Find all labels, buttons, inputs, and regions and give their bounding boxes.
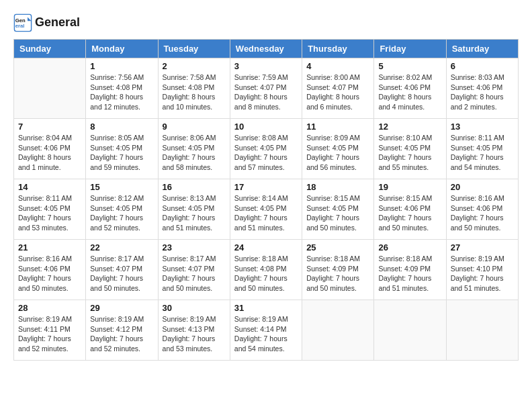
day-info: Sunrise: 8:19 AM Sunset: 4:10 PM Dayligh…	[451, 254, 514, 293]
calendar-cell: 31Sunrise: 8:19 AM Sunset: 4:14 PM Dayli…	[230, 300, 302, 361]
day-info: Sunrise: 8:19 AM Sunset: 4:13 PM Dayligh…	[163, 314, 226, 354]
day-number: 24	[234, 242, 298, 253]
calendar-cell: 17Sunrise: 8:14 AM Sunset: 4:05 PM Dayli…	[230, 179, 302, 240]
day-info: Sunrise: 8:14 AM Sunset: 4:05 PM Dayligh…	[234, 193, 298, 233]
calendar-table: SundayMondayTuesdayWednesdayThursdayFrid…	[13, 39, 519, 361]
day-info: Sunrise: 8:05 AM Sunset: 4:05 PM Dayligh…	[90, 133, 153, 173]
day-number: 22	[90, 242, 153, 253]
day-info: Sunrise: 8:15 AM Sunset: 4:05 PM Dayligh…	[306, 193, 369, 233]
day-number: 25	[306, 242, 369, 253]
day-info: Sunrise: 8:04 AM Sunset: 4:06 PM Dayligh…	[18, 133, 81, 173]
day-info: Sunrise: 8:16 AM Sunset: 4:06 PM Dayligh…	[18, 254, 81, 293]
calendar-cell: 18Sunrise: 8:15 AM Sunset: 4:05 PM Dayli…	[302, 179, 374, 240]
day-info: Sunrise: 8:19 AM Sunset: 4:11 PM Dayligh…	[18, 314, 81, 354]
day-info: Sunrise: 7:56 AM Sunset: 4:08 PM Dayligh…	[90, 73, 153, 112]
day-info: Sunrise: 8:06 AM Sunset: 4:05 PM Dayligh…	[163, 133, 226, 173]
calendar-cell: 21Sunrise: 8:16 AM Sunset: 4:06 PM Dayli…	[14, 240, 86, 300]
day-info: Sunrise: 8:15 AM Sunset: 4:06 PM Dayligh…	[378, 193, 441, 233]
calendar-cell: 9Sunrise: 8:06 AM Sunset: 4:05 PM Daylig…	[158, 119, 230, 179]
day-number: 9	[163, 122, 226, 132]
weekday-header-row: SundayMondayTuesdayWednesdayThursdayFrid…	[14, 40, 519, 58]
day-info: Sunrise: 8:18 AM Sunset: 4:09 PM Dayligh…	[378, 254, 441, 293]
logo: Gen eral General	[13, 13, 80, 32]
day-info: Sunrise: 8:18 AM Sunset: 4:09 PM Dayligh…	[306, 254, 369, 293]
calendar-cell	[14, 58, 86, 119]
day-info: Sunrise: 8:08 AM Sunset: 4:05 PM Dayligh…	[234, 133, 298, 173]
day-number: 8	[90, 122, 153, 132]
day-number: 19	[378, 182, 441, 192]
day-number: 11	[306, 122, 369, 132]
logo-text: General	[35, 15, 80, 30]
calendar-cell: 22Sunrise: 8:17 AM Sunset: 4:07 PM Dayli…	[86, 240, 158, 300]
day-info: Sunrise: 8:03 AM Sunset: 4:06 PM Dayligh…	[451, 73, 514, 112]
calendar-cell: 15Sunrise: 8:12 AM Sunset: 4:05 PM Dayli…	[86, 179, 158, 240]
calendar-cell: 8Sunrise: 8:05 AM Sunset: 4:05 PM Daylig…	[86, 119, 158, 179]
day-number: 4	[306, 61, 369, 71]
week-row-4: 21Sunrise: 8:16 AM Sunset: 4:06 PM Dayli…	[14, 240, 519, 300]
day-number: 3	[234, 61, 298, 71]
day-info: Sunrise: 8:09 AM Sunset: 4:05 PM Dayligh…	[306, 133, 369, 173]
weekday-header-saturday: Saturday	[446, 40, 518, 58]
calendar-cell: 29Sunrise: 8:19 AM Sunset: 4:12 PM Dayli…	[86, 300, 158, 361]
day-number: 12	[378, 122, 441, 132]
calendar-cell: 28Sunrise: 8:19 AM Sunset: 4:11 PM Dayli…	[14, 300, 86, 361]
calendar-cell: 30Sunrise: 8:19 AM Sunset: 4:13 PM Dayli…	[158, 300, 230, 361]
day-number: 10	[234, 122, 298, 132]
day-info: Sunrise: 8:10 AM Sunset: 4:05 PM Dayligh…	[378, 133, 441, 173]
calendar-cell: 3Sunrise: 7:59 AM Sunset: 4:07 PM Daylig…	[230, 58, 302, 119]
header: Gen eral General	[13, 13, 519, 32]
day-number: 30	[163, 303, 226, 313]
calendar-cell: 12Sunrise: 8:10 AM Sunset: 4:05 PM Dayli…	[374, 119, 446, 179]
day-number: 5	[378, 61, 441, 71]
logo-icon: Gen eral	[13, 13, 32, 32]
calendar-cell	[446, 300, 518, 361]
calendar-cell: 19Sunrise: 8:15 AM Sunset: 4:06 PM Dayli…	[374, 179, 446, 240]
day-info: Sunrise: 8:17 AM Sunset: 4:07 PM Dayligh…	[90, 254, 153, 293]
calendar-cell: 27Sunrise: 8:19 AM Sunset: 4:10 PM Dayli…	[446, 240, 518, 300]
day-number: 20	[451, 182, 514, 192]
day-info: Sunrise: 8:19 AM Sunset: 4:12 PM Dayligh…	[90, 314, 153, 354]
day-info: Sunrise: 7:59 AM Sunset: 4:07 PM Dayligh…	[234, 73, 298, 112]
calendar-cell: 16Sunrise: 8:13 AM Sunset: 4:05 PM Dayli…	[158, 179, 230, 240]
calendar-cell: 25Sunrise: 8:18 AM Sunset: 4:09 PM Dayli…	[302, 240, 374, 300]
calendar-cell: 20Sunrise: 8:16 AM Sunset: 4:06 PM Dayli…	[446, 179, 518, 240]
calendar-cell	[302, 300, 374, 361]
calendar-cell: 14Sunrise: 8:11 AM Sunset: 4:05 PM Dayli…	[14, 179, 86, 240]
day-number: 7	[18, 122, 81, 132]
calendar-cell: 1Sunrise: 7:56 AM Sunset: 4:08 PM Daylig…	[86, 58, 158, 119]
weekday-header-monday: Monday	[86, 40, 158, 58]
weekday-header-sunday: Sunday	[14, 40, 86, 58]
day-number: 21	[18, 242, 81, 253]
day-info: Sunrise: 8:11 AM Sunset: 4:05 PM Dayligh…	[451, 133, 514, 173]
day-number: 14	[18, 182, 81, 192]
calendar-cell: 4Sunrise: 8:00 AM Sunset: 4:07 PM Daylig…	[302, 58, 374, 119]
calendar-cell: 24Sunrise: 8:18 AM Sunset: 4:08 PM Dayli…	[230, 240, 302, 300]
day-number: 1	[90, 61, 153, 71]
calendar-cell: 2Sunrise: 7:58 AM Sunset: 4:08 PM Daylig…	[158, 58, 230, 119]
calendar-cell: 5Sunrise: 8:02 AM Sunset: 4:06 PM Daylig…	[374, 58, 446, 119]
calendar-cell: 11Sunrise: 8:09 AM Sunset: 4:05 PM Dayli…	[302, 119, 374, 179]
day-info: Sunrise: 8:00 AM Sunset: 4:07 PM Dayligh…	[306, 73, 369, 112]
day-number: 31	[234, 303, 298, 313]
day-number: 18	[306, 182, 369, 192]
calendar-cell: 13Sunrise: 8:11 AM Sunset: 4:05 PM Dayli…	[446, 119, 518, 179]
day-info: Sunrise: 8:02 AM Sunset: 4:06 PM Dayligh…	[378, 73, 441, 112]
week-row-1: 1Sunrise: 7:56 AM Sunset: 4:08 PM Daylig…	[14, 58, 519, 119]
day-number: 16	[163, 182, 226, 192]
day-info: Sunrise: 8:11 AM Sunset: 4:05 PM Dayligh…	[18, 193, 81, 233]
day-number: 23	[163, 242, 226, 253]
day-number: 15	[90, 182, 153, 192]
calendar-cell: 10Sunrise: 8:08 AM Sunset: 4:05 PM Dayli…	[230, 119, 302, 179]
calendar-cell: 7Sunrise: 8:04 AM Sunset: 4:06 PM Daylig…	[14, 119, 86, 179]
week-row-2: 7Sunrise: 8:04 AM Sunset: 4:06 PM Daylig…	[14, 119, 519, 179]
weekday-header-tuesday: Tuesday	[158, 40, 230, 58]
calendar-cell: 23Sunrise: 8:17 AM Sunset: 4:07 PM Dayli…	[158, 240, 230, 300]
day-info: Sunrise: 7:58 AM Sunset: 4:08 PM Dayligh…	[163, 73, 226, 112]
day-number: 6	[451, 61, 514, 71]
weekday-header-friday: Friday	[374, 40, 446, 58]
svg-text:eral: eral	[15, 23, 25, 29]
day-info: Sunrise: 8:13 AM Sunset: 4:05 PM Dayligh…	[163, 193, 226, 233]
calendar-cell: 26Sunrise: 8:18 AM Sunset: 4:09 PM Dayli…	[374, 240, 446, 300]
day-number: 28	[18, 303, 81, 313]
svg-text:Gen: Gen	[15, 17, 26, 24]
